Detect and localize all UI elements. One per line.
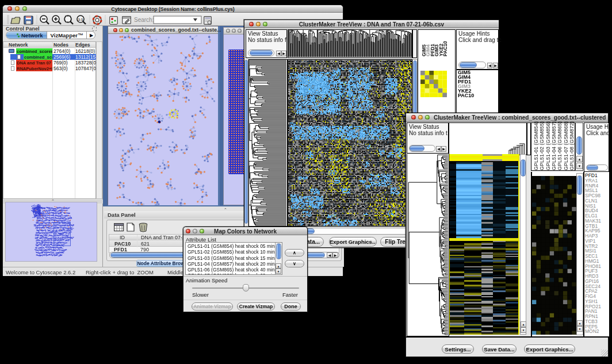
svg-text:Search:: Search: — [134, 17, 154, 23]
svg-text:1:1: 1:1 — [78, 18, 83, 21]
